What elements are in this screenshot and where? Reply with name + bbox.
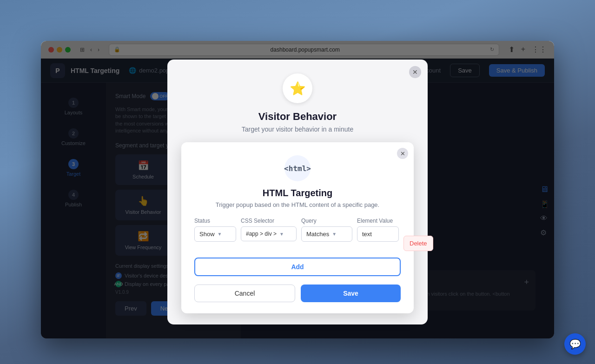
chat-icon: 💬 [569,338,581,350]
add-button[interactable]: Add [194,258,401,276]
html-targeting-form-row: Status Show ▼ CSS Selector #app > [194,218,401,251]
status-value: Show [199,231,215,238]
html-targeting-modal: ✕ <html> HTML Targeting Trigger popup ba… [181,142,414,313]
browser-window: ⊞ ‹ › 🔒 dashboard.popupsmart.com ↻ ⬆ + ⋮… [41,41,554,338]
html-monitor-icon: <html> [284,164,311,173]
status-arrow-icon: ▼ [218,232,222,237]
delete-field: - Delete [403,218,433,251]
cancel-button[interactable]: Cancel [194,285,295,302]
visitor-behavior-icon-circle: ⭐ [283,83,312,103]
query-label: Query [301,218,352,224]
css-selector-field: CSS Selector #app > div > ▼ [241,218,297,241]
query-value: Matches [306,231,329,238]
chat-bubble[interactable]: 💬 [564,333,586,355]
css-selector-value: #app > div > [246,231,277,237]
star-icon: ⭐ [290,83,306,96]
delete-button[interactable]: Delete [403,236,433,251]
css-selector-arrow-icon: ▼ [279,232,284,237]
status-label: Status [194,218,236,224]
query-select[interactable]: Matches ▼ [301,226,352,242]
visitor-behavior-title: Visitor Behavior [181,111,414,123]
html-targeting-close-button[interactable]: ✕ [397,148,408,159]
css-selector-select[interactable]: #app > div > ▼ [241,226,297,241]
element-value-label: Element Value [357,218,399,224]
modal-actions: Cancel Save [194,285,401,302]
query-arrow-icon: ▼ [332,232,337,237]
html-targeting-icon-circle: <html> [284,155,311,181]
html-targeting-title: HTML Targeting [194,188,401,199]
status-select[interactable]: Show ▼ [194,226,236,242]
visitor-behavior-subtitle: Target your visitor behavior in a minute [181,126,414,133]
visitor-behavior-modal: ✕ ⭐ Visitor Behavior Target your visitor… [167,83,428,324]
html-save-button[interactable]: Save [301,285,401,302]
query-field: Query Matches ▼ [301,218,352,242]
main-area: 1 Layouts 2 Customize 3 Target 4 Publish [41,83,554,338]
status-field: Status Show ▼ [194,218,236,242]
element-value-field: Element Value [357,218,399,242]
element-value-input[interactable] [357,226,399,242]
app-content: P HTML Targeting 🌐 demo2.popupsmart.com … [41,59,554,338]
modal-backdrop: ✕ ⭐ Visitor Behavior Target your visitor… [41,83,554,338]
css-selector-label: CSS Selector [241,218,297,224]
html-targeting-subtitle: Trigger popup based on the HTML content … [194,201,401,208]
